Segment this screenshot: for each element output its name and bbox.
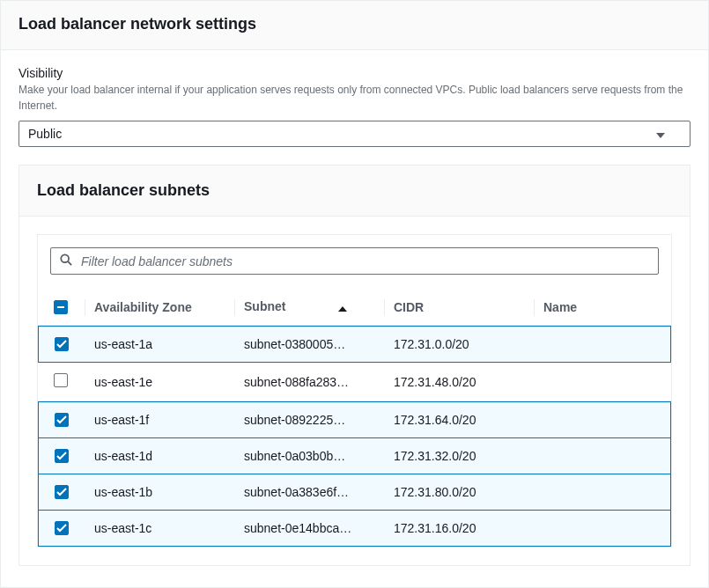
row-select-cell[interactable] [38, 326, 85, 363]
table-row[interactable]: us-east-1bsubnet-0a383e6f…172.31.80.0/20 [38, 474, 671, 511]
row-select-cell[interactable] [38, 438, 85, 474]
table-row[interactable]: us-east-1dsubnet-0a03b0b…172.31.32.0/20 [38, 438, 671, 474]
select-all-checkbox[interactable] [54, 300, 68, 314]
visibility-select[interactable]: Public [18, 121, 691, 147]
row-checkbox[interactable] [55, 449, 69, 463]
table-row[interactable]: us-east-1esubnet-088fa283…172.31.48.0/20 [38, 363, 671, 401]
cell-cidr: 172.31.64.0/20 [385, 401, 535, 438]
cell-az: us-east-1d [85, 438, 235, 474]
subnets-table-wrap: Availability Zone Subnet CIDR Name [37, 234, 672, 548]
subnets-panel-header: Load balancer subnets [19, 165, 690, 217]
column-header-name[interactable]: Name [535, 290, 671, 326]
cell-az: us-east-1c [85, 511, 235, 547]
subnets-panel: Load balancer subnets [18, 165, 691, 566]
table-row[interactable]: us-east-1csubnet-0e14bbca…172.31.16.0/20 [38, 511, 671, 547]
subnets-filter-input[interactable] [81, 254, 649, 268]
row-select-cell[interactable] [38, 401, 85, 438]
column-header-subnet[interactable]: Subnet [235, 290, 385, 326]
cell-subnet: subnet-0380005… [235, 326, 385, 363]
cell-cidr: 172.31.48.0/20 [385, 363, 535, 401]
row-checkbox[interactable] [55, 521, 69, 535]
caret-down-icon [656, 127, 665, 141]
cell-az: us-east-1a [85, 326, 235, 363]
cell-subnet: subnet-088fa283… [235, 363, 385, 401]
panel-header: Load balancer network settings [1, 1, 708, 50]
cell-cidr: 172.31.32.0/20 [385, 438, 535, 474]
cell-name [535, 474, 671, 511]
visibility-description: Make your load balancer internal if your… [18, 82, 691, 114]
row-checkbox[interactable] [55, 485, 69, 499]
search-icon [60, 254, 72, 268]
subnets-title: Load balancer subnets [37, 181, 672, 200]
cell-cidr: 172.31.0.0/20 [385, 326, 535, 363]
column-header-az[interactable]: Availability Zone [85, 290, 235, 326]
visibility-label: Visibility [18, 66, 691, 80]
cell-subnet: subnet-0892225… [235, 401, 385, 438]
table-row[interactable]: us-east-1asubnet-0380005…172.31.0.0/20 [38, 326, 671, 363]
cell-cidr: 172.31.80.0/20 [385, 474, 535, 511]
row-select-cell[interactable] [38, 363, 85, 401]
row-checkbox[interactable] [54, 373, 68, 387]
panel-title: Load balancer network settings [18, 15, 691, 33]
row-select-cell[interactable] [38, 474, 85, 511]
row-checkbox[interactable] [55, 413, 69, 427]
cell-subnet: subnet-0e14bbca… [235, 511, 385, 547]
panel-body: Visibility Make your load balancer inter… [1, 50, 708, 587]
cell-az: us-east-1f [85, 401, 235, 438]
cell-az: us-east-1b [85, 474, 235, 511]
cell-az: us-east-1e [85, 363, 235, 401]
subnets-filter[interactable] [50, 247, 659, 275]
column-header-cidr[interactable]: CIDR [385, 290, 535, 326]
row-select-cell[interactable] [38, 511, 85, 547]
cell-name [535, 326, 671, 363]
cell-name [535, 363, 671, 401]
svg-line-1 [68, 261, 71, 265]
subnets-table: Availability Zone Subnet CIDR Name [38, 290, 671, 547]
visibility-selected-value: Public [28, 127, 62, 141]
cell-name [535, 511, 671, 547]
cell-cidr: 172.31.16.0/20 [385, 511, 535, 547]
subnets-panel-body: Availability Zone Subnet CIDR Name [19, 217, 690, 565]
svg-point-0 [61, 254, 69, 262]
table-row[interactable]: us-east-1fsubnet-0892225…172.31.64.0/20 [38, 401, 671, 438]
cell-name [535, 401, 671, 438]
column-header-select-all[interactable] [38, 290, 85, 326]
sort-asc-icon [338, 300, 347, 314]
cell-subnet: subnet-0a383e6f… [235, 474, 385, 511]
svg-rect-2 [57, 306, 64, 308]
row-checkbox[interactable] [55, 337, 69, 351]
network-settings-panel: Load balancer network settings Visibilit… [0, 0, 709, 588]
cell-subnet: subnet-0a03b0b… [235, 438, 385, 474]
cell-name [535, 438, 671, 474]
